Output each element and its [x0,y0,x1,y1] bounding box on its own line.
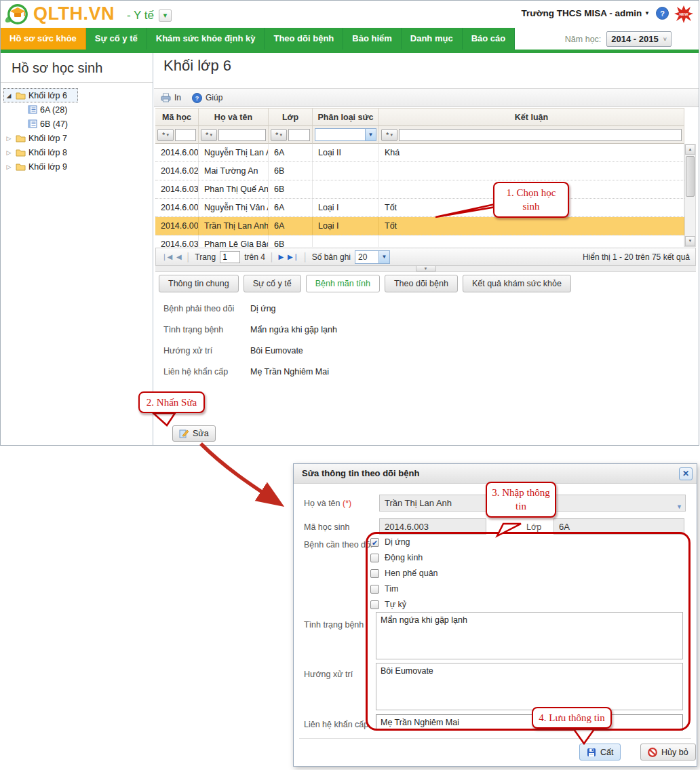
prev-page-icon[interactable]: ◀ [176,254,182,261]
filter-input-ket-luan[interactable] [399,129,682,141]
filter-select-phan-loai[interactable]: ▼ [315,128,376,141]
table-row[interactable]: 2014.6.030Phan Thị Quế An6B [155,180,684,199]
table-row[interactable]: 2014.6.029Mai Tường An6B [155,162,684,180]
scrollbar-thumb[interactable] [686,156,695,197]
nav-tab-kham-suc-khoe-dinh-ky[interactable]: Khám sức khỏe định kỳ [147,28,265,50]
save-button[interactable]: Cất [579,744,621,761]
table-scrollbar[interactable]: ▲ ▼ [684,144,696,247]
col-header-lop[interactable]: Lớp [269,108,313,126]
col-header-ho-va-ten[interactable]: Họ và tên [199,108,269,126]
tree-expanded-icon[interactable]: ◢ [5,92,13,99]
tree-collapsed-icon[interactable]: ▷ [5,149,13,156]
user-menu[interactable]: Trường THCS MISA - admin ▼ [521,8,650,18]
nav-tab-danh-muc[interactable]: Danh mục [402,28,463,50]
checkbox-checked-icon[interactable]: ✔ [370,538,379,547]
tree-collapsed-icon[interactable]: ▷ [5,163,13,170]
splitter-handle[interactable]: ▼ [416,266,436,272]
checkbox-unchecked-icon[interactable] [370,554,379,562]
tree-item-label: Khối lớp 9 [28,162,67,172]
nav-tab-theo-doi-benh[interactable]: Theo dõi bệnh [265,28,343,50]
filter-input-ma-hoc-sinh[interactable] [175,129,196,141]
tree-item-khoi-lop-7[interactable]: ▷ Khối lớp 7 [3,131,153,145]
table-row[interactable]: 2014.6.001Nguyễn Thị Lan Anh6ALoại IIKhá [155,144,684,162]
student-class-field[interactable]: 6A [553,518,684,535]
disease-option[interactable]: ✔ Dị ứng [370,536,410,548]
checkbox-unchecked-icon[interactable] [370,585,379,594]
filter-operator-button[interactable]: *▾ [381,129,397,141]
disease-option[interactable]: Động kinh [370,552,423,564]
disease-option[interactable]: Tự kỷ [370,598,406,611]
first-page-icon[interactable]: ❘◀ [161,254,172,261]
brand-title: QLTH.VN [33,3,115,24]
page-size-select[interactable]: 20 ▼ [355,250,390,264]
table-row[interactable]: 2014.6.002Nguyễn Thị Vân Anh6ALoại ITốt [155,199,684,217]
tree-item-khoi-lop-8[interactable]: ▷ Khối lớp 8 [3,145,153,159]
module-dropdown-button[interactable]: ▼ [159,9,172,22]
tree-item-khoi-lop-6[interactable]: ◢ Khối lớp 6 [3,88,78,102]
tree-collapsed-icon[interactable]: ▷ [5,135,13,142]
col-header-phan-loai[interactable]: Phân loại sức khỏe [313,108,379,126]
cancel-button[interactable]: Hủy bỏ [640,744,696,761]
filter-input-lop[interactable] [288,129,310,141]
field-label: Hướng xử trí [163,345,250,358]
tab-su-co-y-te[interactable]: Sự cố y tế [244,275,301,292]
filter-operator-button[interactable]: *▾ [271,129,287,141]
treatment-textarea[interactable]: Bôi Eumovate [376,663,683,710]
class-label: Lớp [526,522,541,532]
help-icon[interactable]: ? [656,7,669,20]
dialog-close-button[interactable]: ✕ [679,467,693,480]
panel-splitter[interactable]: ▼ [155,266,696,272]
sidebar-title: Hồ sơ học sinh [1,53,153,83]
filter-input-ho-va-ten[interactable] [218,129,266,141]
disease-option[interactable]: Hen phế quản [370,567,438,579]
field-label: Bệnh phải theo dõi [163,303,250,315]
qlth-logo-icon [5,3,28,26]
col-header-ma-hoc-sinh[interactable]: Mã học sinh [155,108,199,126]
nav-tab-ho-so-suc-khoe[interactable]: Hồ sơ sức khỏe [1,28,86,50]
student-code-field[interactable]: 2014.6.003 [379,518,486,535]
callout-step4: 4. Lưu thông tin [532,707,612,729]
print-button[interactable]: In [161,93,181,102]
module-name: - Y tế [127,9,154,22]
filter-operator-button[interactable]: *▾ [201,129,217,141]
table-row-selected[interactable]: 2014.6.003Trần Thị Lan Anh6ALoại ITốt [155,217,684,235]
scroll-up-icon[interactable]: ▲ [685,145,695,155]
student-name-value: Trần Thị Lan Anh [385,498,452,508]
tab-ket-qua-kham[interactable]: Kết quả khám sức khỏe [463,275,571,292]
tree-item-6a[interactable]: 6A (28) [3,102,153,117]
checkbox-unchecked-icon[interactable] [370,600,379,609]
help-button[interactable]: ? Giúp [192,93,222,103]
tab-thong-tin-chung[interactable]: Thông tin chung [159,275,239,292]
chevron-down-icon: ▼ [676,499,682,512]
chevron-down-icon: ▾ [390,132,393,138]
tab-theo-doi-benh[interactable]: Theo dõi bệnh [385,275,458,292]
last-page-icon[interactable]: ▶❘ [288,254,298,261]
checkbox-unchecked-icon[interactable] [370,569,379,578]
field-label: Tình trạng bệnh [163,324,250,336]
asterisk-icon: * [162,131,165,139]
nav-tab-bao-cao[interactable]: Báo cáo [463,28,516,50]
next-page-icon[interactable]: ▶ [278,254,284,261]
scroll-down-icon[interactable]: ▼ [685,236,695,246]
nav-tab-bao-hiem[interactable]: Bảo hiểm [343,28,402,50]
filter-operator-button[interactable]: *▾ [157,129,174,141]
callout-step1: 1. Chọn học sinh [493,182,569,218]
tree-item-label: Khối lớp 8 [28,148,67,157]
contact-input[interactable] [376,714,683,731]
col-header-ket-luan[interactable]: Kết luận [379,108,684,126]
nav-tab-su-co-y-te[interactable]: Sự cố y tế [86,28,147,50]
floppy-icon [587,748,596,757]
tree-item-khoi-lop-9[interactable]: ▷ Khối lớp 9 [3,159,153,174]
tab-benh-man-tinh[interactable]: Bệnh mãn tính [306,275,380,292]
tree-item-label: 6B (47) [40,119,68,129]
asterisk-icon: * [275,131,278,139]
students-table-header: Mã học sinh Họ và tên Lớp Phân loại sức … [155,108,684,144]
page-number-input[interactable] [220,251,240,263]
table-row[interactable]: 2014.6.031Phạm Lê Gia Bảo6B [155,235,684,247]
tree-item-6b[interactable]: 6B (47) [3,117,153,131]
status-textarea[interactable]: Mẩn ngứa khi gặp lạnh [376,612,683,659]
cancel-icon [648,748,657,757]
edit-button[interactable]: Sửa [172,425,216,442]
disease-option[interactable]: Tim [370,583,398,595]
school-year-select[interactable]: 2014 - 2015 ˅ [606,31,672,47]
